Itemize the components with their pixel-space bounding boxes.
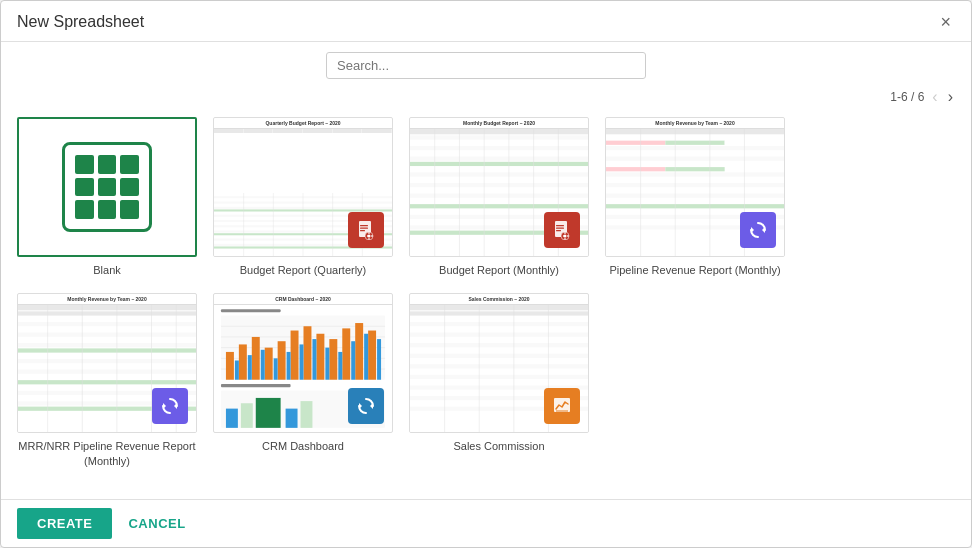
pagination-text: 1-6 / 6 [890, 90, 924, 104]
svg-rect-88 [606, 183, 784, 187]
svg-rect-81 [606, 151, 784, 155]
svg-rect-114 [18, 354, 196, 358]
svg-rect-50 [410, 199, 588, 203]
svg-rect-153 [235, 361, 239, 380]
template-thumb-mrr-nrr[interactable]: Monthly Revenue by Team – 2020 [17, 293, 197, 433]
template-item-pipeline-revenue[interactable]: Monthly Revenue by Team – 2020 [605, 117, 785, 277]
svg-rect-116 [18, 365, 196, 369]
refresh-icon-mrr [160, 396, 180, 416]
svg-rect-40 [410, 146, 588, 150]
grid-cell [75, 155, 94, 174]
svg-rect-80 [606, 146, 784, 150]
template-item-sales-commission[interactable]: Sales Commission – 2020 [409, 293, 589, 468]
template-type-icon-sales [544, 388, 580, 424]
template-thumb-pipeline-revenue[interactable]: Monthly Revenue by Team – 2020 [605, 117, 785, 257]
svg-rect-110 [18, 333, 196, 337]
svg-rect-35 [367, 235, 369, 236]
svg-rect-200 [554, 398, 570, 412]
svg-rect-29 [360, 230, 365, 231]
search-input[interactable] [326, 52, 646, 79]
svg-rect-155 [261, 350, 265, 380]
svg-rect-49 [410, 194, 588, 198]
svg-rect-72 [567, 235, 569, 236]
template-type-icon-mrr [152, 388, 188, 424]
svg-marker-173 [359, 403, 362, 409]
svg-rect-39 [410, 141, 588, 145]
template-item-crm[interactable]: CRM Dashboard – 2020 [213, 293, 393, 468]
sheet-title-pipeline: Monthly Revenue by Team – 2020 [606, 118, 784, 129]
blank-spreadsheet-icon [62, 142, 152, 232]
svg-rect-117 [18, 370, 196, 374]
templates-grid: Blank Quarterly Budget Report – 2020 [17, 117, 955, 468]
svg-rect-92 [606, 204, 784, 208]
svg-rect-91 [606, 199, 784, 203]
svg-rect-152 [368, 331, 376, 380]
svg-rect-84 [606, 167, 665, 171]
svg-rect-158 [300, 345, 304, 380]
svg-rect-44 [410, 167, 588, 171]
svg-rect-164 [377, 339, 381, 380]
svg-rect-167 [226, 409, 238, 428]
svg-rect-161 [338, 352, 342, 380]
svg-rect-106 [18, 312, 196, 316]
svg-rect-112 [18, 343, 196, 347]
create-button[interactable]: CREATE [17, 508, 112, 539]
template-type-icon-red [348, 212, 384, 248]
template-item-blank[interactable]: Blank [17, 117, 197, 277]
svg-rect-66 [556, 228, 564, 229]
svg-rect-42 [410, 157, 588, 161]
template-item-budget-monthly[interactable]: Monthly Budget Report – 2020 [409, 117, 589, 277]
svg-rect-176 [410, 312, 588, 316]
svg-rect-90 [606, 194, 784, 198]
template-thumb-blank[interactable] [17, 117, 197, 257]
svg-rect-48 [410, 188, 588, 192]
svg-rect-73 [563, 235, 565, 236]
svg-rect-86 [606, 172, 784, 176]
chart-line-icon [552, 396, 572, 416]
svg-marker-103 [751, 227, 754, 233]
template-thumb-crm[interactable]: CRM Dashboard – 2020 [213, 293, 393, 433]
svg-rect-67 [556, 230, 561, 231]
template-thumb-sales-commission[interactable]: Sales Commission – 2020 [409, 293, 589, 433]
svg-rect-185 [410, 359, 588, 363]
template-thumb-budget-quarterly[interactable]: Quarterly Budget Report – 2020 [213, 117, 393, 257]
svg-rect-115 [18, 359, 196, 363]
svg-rect-151 [355, 323, 363, 380]
svg-rect-182 [410, 343, 588, 347]
svg-rect-189 [410, 380, 588, 384]
cancel-button[interactable]: CANCEL [116, 508, 197, 539]
svg-rect-154 [248, 355, 252, 380]
template-label-budget-quarterly: Budget Report (Quarterly) [240, 263, 367, 277]
svg-rect-177 [410, 317, 588, 321]
template-thumb-budget-monthly[interactable]: Monthly Budget Report – 2020 [409, 117, 589, 257]
pagination-next-button[interactable]: › [946, 89, 955, 105]
svg-rect-118 [18, 375, 196, 379]
svg-rect-70 [564, 232, 565, 234]
svg-rect-165 [221, 384, 291, 387]
grid-cell [120, 155, 139, 174]
svg-rect-170 [286, 409, 298, 428]
svg-rect-76 [606, 135, 784, 139]
svg-rect-107 [18, 317, 196, 321]
svg-rect-87 [606, 178, 784, 182]
svg-rect-147 [303, 327, 311, 380]
footer-actions: CREATE CANCEL [17, 508, 198, 539]
template-item-mrr-nrr[interactable]: Monthly Revenue by Team – 2020 [17, 293, 197, 468]
svg-rect-27 [360, 225, 368, 226]
svg-rect-51 [410, 204, 588, 208]
svg-rect-141 [226, 352, 234, 380]
svg-marker-132 [163, 403, 166, 409]
svg-rect-183 [410, 349, 588, 353]
svg-rect-168 [241, 404, 253, 429]
svg-rect-89 [606, 188, 784, 192]
pagination-prev-button[interactable]: ‹ [930, 89, 939, 105]
svg-rect-178 [410, 322, 588, 326]
doc-gear-icon [357, 220, 375, 240]
svg-rect-175 [410, 305, 588, 310]
close-button[interactable]: × [936, 11, 955, 33]
svg-rect-41 [410, 151, 588, 155]
template-item-budget-quarterly[interactable]: Quarterly Budget Report – 2020 [213, 117, 393, 277]
svg-rect-34 [371, 235, 373, 236]
svg-rect-71 [564, 238, 565, 240]
svg-rect-78 [665, 141, 724, 145]
